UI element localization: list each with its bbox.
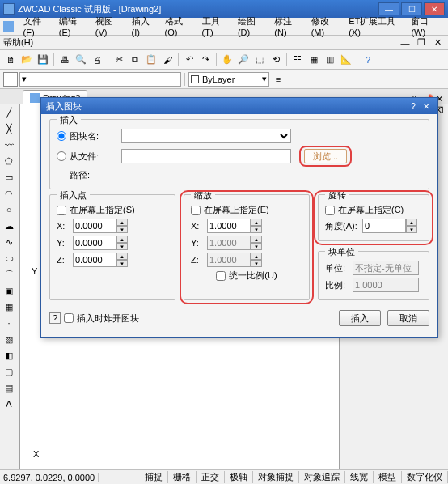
menu-help[interactable]: 帮助(H) (3, 36, 33, 49)
sx-up-icon[interactable]: ▲ (251, 219, 262, 226)
linetype-icon[interactable]: ≡ (271, 72, 285, 87)
zoom-prev-icon[interactable]: ⟲ (268, 53, 283, 67)
dialog-titlebar[interactable]: 插入图块 ? ✕ (41, 98, 437, 114)
mtext-icon[interactable]: A (2, 397, 16, 411)
print-icon[interactable]: 🖶 (57, 53, 72, 67)
sx-down-icon[interactable]: ▼ (251, 226, 262, 233)
insert-button[interactable]: 插入 (339, 310, 381, 326)
pz-up-icon[interactable]: ▲ (116, 253, 128, 260)
new-icon[interactable]: 🗎 (3, 53, 18, 67)
radio-from-file[interactable] (57, 151, 66, 161)
sz-down-icon[interactable]: ▼ (251, 260, 262, 267)
arc-icon[interactable]: ◠ (2, 186, 16, 201)
uniform-scale-check[interactable] (216, 271, 226, 281)
sb-grid[interactable]: 栅格 (168, 471, 197, 483)
redo-icon[interactable]: ↷ (198, 53, 213, 67)
px-down-icon[interactable]: ▼ (116, 226, 128, 233)
dialog-help-icon[interactable]: ? (407, 100, 420, 112)
region-icon[interactable]: ▢ (2, 364, 16, 379)
angle-down-icon[interactable]: ▼ (406, 226, 417, 233)
pz-down-icon[interactable]: ▼ (116, 260, 128, 267)
point-icon[interactable]: · (2, 316, 16, 330)
sb-polar[interactable]: 极轴 (225, 471, 253, 483)
copy-icon[interactable]: ⧉ (128, 53, 142, 67)
onscreen-point-check[interactable] (57, 206, 66, 215)
angle-input[interactable] (362, 219, 406, 233)
py-input[interactable] (73, 236, 116, 250)
polygon-icon[interactable]: ⬠ (2, 154, 16, 168)
tool-palette-icon[interactable]: ▥ (323, 53, 337, 67)
preview-icon[interactable]: 🔍 (74, 53, 88, 67)
menu-et[interactable]: ET扩展工具(X) (344, 14, 406, 39)
polyline-icon[interactable]: 〰 (2, 138, 16, 152)
sb-snap[interactable]: 捕捉 (140, 471, 168, 483)
line-icon[interactable]: ╱ (2, 105, 16, 120)
sb-osnap[interactable]: 对象捕捉 (253, 471, 299, 483)
dialog-help-box-icon[interactable]: ? (49, 312, 61, 324)
sb-otrack[interactable]: 对象追踪 (299, 471, 345, 483)
help-icon[interactable]: ? (361, 53, 375, 67)
match-icon[interactable]: 🖌 (160, 53, 175, 67)
radio-block-name[interactable] (57, 131, 66, 141)
px-up-icon[interactable]: ▲ (116, 219, 128, 226)
sb-lwt[interactable]: 线宽 (345, 471, 374, 483)
design-center-icon[interactable]: ▦ (306, 53, 321, 67)
zoom-icon[interactable]: 🔎 (236, 53, 251, 67)
menu-file[interactable]: 文件(F) (19, 14, 54, 39)
sb-model[interactable]: 模型 (374, 471, 402, 483)
properties-icon[interactable]: ☷ (290, 53, 305, 67)
menu-modify[interactable]: 修改(M) (306, 14, 344, 39)
browse-button[interactable]: 浏览... (304, 149, 347, 163)
circle-icon[interactable]: ○ (2, 202, 16, 217)
menu-view[interactable]: 视图(V) (91, 14, 127, 39)
sb-ortho[interactable]: 正交 (197, 471, 225, 483)
undo-icon[interactable]: ↶ (182, 53, 197, 67)
px-input[interactable] (73, 219, 116, 233)
spline-icon[interactable]: ∿ (2, 235, 16, 249)
mdi-minimize-icon[interactable]: — (398, 36, 412, 50)
dialog-close-icon[interactable]: ✕ (420, 100, 433, 112)
block-name-combo[interactable] (121, 129, 291, 143)
zoom-window-icon[interactable]: ⬚ (252, 53, 267, 67)
open-icon[interactable]: 📂 (19, 53, 34, 67)
layer-combo[interactable]: ▾ (19, 72, 181, 87)
sx-input[interactable] (207, 219, 251, 233)
pz-input[interactable] (73, 253, 116, 267)
cut-icon[interactable]: ✂ (112, 53, 126, 67)
py-up-icon[interactable]: ▲ (116, 236, 128, 243)
onscreen-scale-check[interactable] (191, 206, 201, 215)
cancel-button[interactable]: 取消 (387, 310, 429, 326)
ellipse-icon[interactable]: ⬭ (2, 251, 16, 265)
make-block-icon[interactable]: ▦ (2, 299, 16, 314)
hatch-icon[interactable]: ▨ (2, 332, 16, 346)
sy-down-icon[interactable]: ▼ (251, 243, 262, 250)
publish-icon[interactable]: 🖨 (90, 53, 104, 67)
angle-up-icon[interactable]: ▲ (406, 219, 417, 226)
table-icon[interactable]: ▤ (2, 380, 16, 395)
menu-format[interactable]: 格式(O) (160, 14, 197, 39)
calc-icon[interactable]: 📐 (339, 53, 353, 67)
color-combo[interactable]: ByLayer▾ (188, 72, 269, 87)
mdi-close-icon[interactable]: ✕ (430, 36, 445, 50)
sy-up-icon[interactable]: ▲ (251, 236, 262, 243)
menu-tools[interactable]: 工具(T) (197, 14, 233, 39)
onscreen-rotate-check[interactable] (325, 206, 335, 215)
paste-icon[interactable]: 📋 (144, 53, 158, 67)
mdi-restore-icon[interactable]: ❐ (414, 36, 429, 50)
xline-icon[interactable]: ╳ (2, 121, 16, 136)
gradient-icon[interactable]: ◧ (2, 348, 16, 363)
save-icon[interactable]: 💾 (36, 53, 50, 67)
py-down-icon[interactable]: ▼ (116, 243, 128, 250)
sb-tablet[interactable]: 数字化仪 (402, 471, 448, 483)
sz-up-icon[interactable]: ▲ (251, 253, 262, 260)
menu-edit[interactable]: 编辑(E) (54, 14, 91, 39)
menu-draw[interactable]: 绘图(D) (233, 14, 269, 39)
ellipse-arc-icon[interactable]: ⌒ (2, 267, 16, 282)
explode-check[interactable] (64, 313, 74, 323)
color-swatch-icon[interactable] (3, 72, 18, 87)
insert-block-icon[interactable]: ▣ (2, 283, 16, 298)
file-path-input[interactable] (121, 149, 291, 163)
rectangle-icon[interactable]: ▭ (2, 170, 16, 185)
pan-icon[interactable]: ✋ (220, 53, 235, 67)
menu-insert[interactable]: 插入(I) (127, 14, 160, 39)
